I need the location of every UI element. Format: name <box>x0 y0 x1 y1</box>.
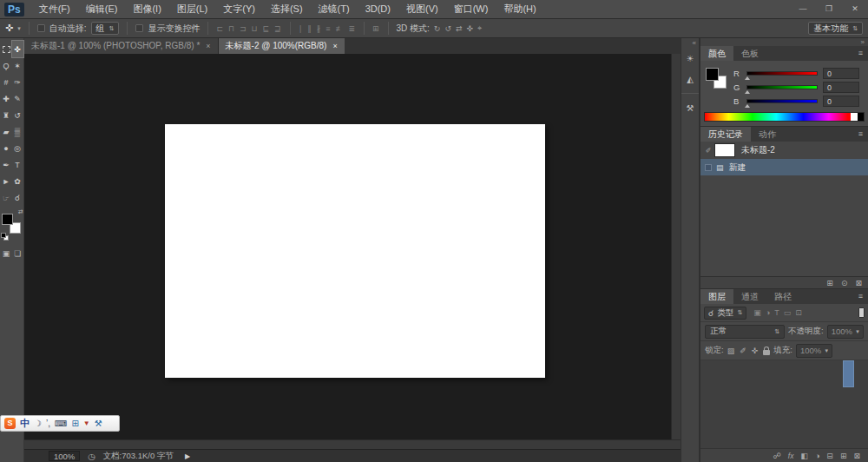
3d-slide-icon[interactable]: ✜ <box>466 24 473 33</box>
filter-type-layers-icon[interactable]: T <box>774 308 779 317</box>
align-vcenter-icon[interactable]: ⊑ <box>263 24 271 33</box>
horizontal-scrollbar[interactable] <box>24 439 681 449</box>
minimize-button[interactable]: — <box>790 0 816 18</box>
history-brush-source-icon[interactable]: ✐ <box>702 147 714 155</box>
soft-keyboard-icon[interactable]: ⌨ <box>55 419 67 428</box>
distribute-right-icon[interactable]: ≣ <box>348 24 356 33</box>
tab-channels[interactable]: 通道 <box>733 289 766 304</box>
history-step-row[interactable]: ▤ 新建 <box>700 159 868 175</box>
default-colors-icon[interactable] <box>1 233 9 241</box>
foreground-color-swatch[interactable] <box>2 214 13 225</box>
show-transform-checkbox[interactable] <box>135 24 143 32</box>
layers-panel-menu-icon[interactable]: ≡ <box>853 289 868 304</box>
slider-thumb[interactable] <box>745 90 750 94</box>
zoom-level-field[interactable]: 100% <box>49 451 80 461</box>
history-brush-source-box[interactable] <box>705 164 712 171</box>
auto-select-dropdown[interactable]: 组 ⇅ <box>91 22 120 35</box>
3d-roll-icon[interactable]: ↺ <box>444 24 451 33</box>
restore-button[interactable]: ❐ <box>816 0 842 18</box>
skin-icon[interactable]: ▼ <box>83 419 90 427</box>
settings-wrench-icon[interactable]: ⚒ <box>95 419 102 428</box>
menu-item-help[interactable]: 帮助(H) <box>496 0 543 18</box>
align-hcenter-icon[interactable]: ⊓ <box>228 24 235 33</box>
color-spectrum-ramp[interactable] <box>704 112 865 122</box>
layers-list[interactable] <box>700 360 868 448</box>
expand-dock-icon[interactable]: « <box>690 38 699 48</box>
new-snapshot-icon[interactable]: ⊙ <box>841 279 848 287</box>
hand-tool[interactable]: ☞ <box>1 189 12 206</box>
type-tool[interactable]: T <box>12 156 23 173</box>
healing-brush-tool[interactable]: ✚ <box>1 90 12 107</box>
3d-rotate-icon[interactable]: ↻ <box>434 24 441 33</box>
path-selection-tool[interactable]: ► <box>1 173 12 189</box>
lasso-tool[interactable]: Ϙ <box>1 57 12 74</box>
blue-slider[interactable] <box>746 99 818 103</box>
menu-item-window[interactable]: 窗口(W) <box>446 0 496 18</box>
new-layer-icon[interactable]: ⊞ <box>840 452 847 460</box>
green-value-field[interactable]: 0 <box>823 82 859 93</box>
styles-panel-icon[interactable]: ◭ <box>681 69 699 89</box>
menu-item-3d[interactable]: 3D(D) <box>358 0 398 18</box>
gradient-tool[interactable]: ▒ <box>12 123 23 140</box>
3d-scale-icon[interactable]: ⌖ <box>477 23 482 33</box>
foreground-color-swatch[interactable] <box>706 68 719 81</box>
vertical-scrollbar[interactable] <box>671 54 681 439</box>
adjustment-layer-icon[interactable]: ◑ <box>815 452 819 460</box>
lock-all-icon[interactable] <box>763 350 770 355</box>
add-layer-mask-icon[interactable]: ◧ <box>800 452 808 460</box>
workspace-dropdown[interactable]: 基本功能 ⇅ <box>808 22 863 35</box>
link-layers-icon[interactable]: ☍ <box>773 452 781 460</box>
layer-style-icon[interactable]: fx <box>788 452 794 460</box>
menu-item-layer[interactable]: 图层(L) <box>169 0 215 18</box>
blur-tool[interactable]: ● <box>1 140 12 156</box>
tab-close-icon[interactable]: × <box>332 38 337 54</box>
layers-scrollbar-thumb[interactable] <box>843 360 854 387</box>
tab-layers[interactable]: 图层 <box>700 289 733 304</box>
distribute-hcenter-icon[interactable]: ≢ <box>335 24 344 33</box>
menu-item-image[interactable]: 图像(I) <box>125 0 168 18</box>
distribute-left-icon[interactable]: ≡ <box>326 24 331 33</box>
auto-select-checkbox[interactable] <box>37 24 45 32</box>
document-canvas[interactable] <box>165 124 545 378</box>
delete-layer-icon[interactable]: ⊠ <box>853 452 860 460</box>
filter-adjustment-layers-icon[interactable]: ◑ <box>766 308 770 317</box>
new-document-from-state-icon[interactable]: ⊞ <box>826 279 833 287</box>
eyedropper-tool[interactable]: ✑ <box>12 74 23 90</box>
magic-wand-tool[interactable]: ✶ <box>12 57 23 74</box>
status-flyout-icon[interactable]: ▶ <box>181 452 194 460</box>
delete-state-icon[interactable]: ⊠ <box>855 279 862 287</box>
filter-pixel-layers-icon[interactable]: ▣ <box>753 308 761 317</box>
sogou-logo[interactable]: S <box>4 418 16 429</box>
slider-thumb[interactable] <box>745 104 750 108</box>
tab-swatches[interactable]: 色板 <box>733 46 766 61</box>
menu-item-filter[interactable]: 滤镜(T) <box>311 0 358 18</box>
history-brush-tool[interactable]: ↺ <box>12 107 23 123</box>
red-value-field[interactable]: 0 <box>823 68 859 79</box>
red-slider[interactable] <box>746 71 818 76</box>
custom-shape-tool[interactable]: ✿ <box>12 173 23 189</box>
color-panel-menu-icon[interactable]: ≡ <box>853 46 868 61</box>
history-panel-menu-icon[interactable]: ≡ <box>853 127 868 142</box>
filter-smart-objects-icon[interactable]: ⊡ <box>795 308 802 317</box>
canvas-area[interactable] <box>24 54 681 439</box>
chinese-mode-toggle[interactable]: 中 <box>20 417 30 430</box>
opacity-dropdown[interactable]: 100% ▾ <box>827 325 864 339</box>
tab-actions[interactable]: 动作 <box>751 127 784 142</box>
clone-stamp-tool[interactable]: ♜ <box>1 107 12 123</box>
fill-dropdown[interactable]: 100% ▾ <box>796 344 832 358</box>
toolbox-icon[interactable]: ⊞ <box>71 419 78 428</box>
menu-item-file[interactable]: 文件(F) <box>31 0 78 18</box>
rectangular-marquee-tool[interactable] <box>1 41 12 57</box>
align-right-icon[interactable]: ⊐ <box>240 24 247 33</box>
slider-thumb[interactable] <box>745 76 750 80</box>
filter-toggle-switch[interactable] <box>858 307 865 318</box>
tab-untitled-2[interactable]: 未标题-2 @ 100%(RGB/8) × <box>219 38 345 54</box>
lock-pixels-icon[interactable]: ✐ <box>740 346 746 355</box>
spectrum-black-swatch[interactable] <box>858 113 864 121</box>
filter-shape-layers-icon[interactable]: ▭ <box>784 308 792 317</box>
fullwidth-moon-icon[interactable]: ☽ <box>34 419 42 428</box>
distribute-top-icon[interactable]: ∣ <box>299 24 304 33</box>
punctuation-icon[interactable]: ’, <box>46 419 50 428</box>
brush-tool[interactable]: ✎ <box>12 90 23 107</box>
close-button[interactable]: ✕ <box>842 0 868 18</box>
